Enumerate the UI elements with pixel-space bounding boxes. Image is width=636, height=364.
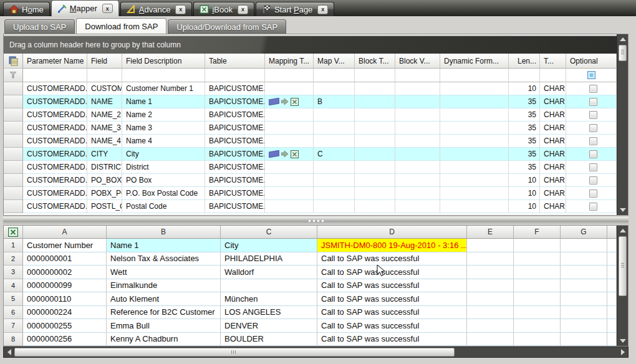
cell-parameter-name[interactable]: CUSTOMERADD... xyxy=(23,148,87,161)
tab-upload-to-sap[interactable]: Upload to SAP xyxy=(4,19,75,34)
cell-table[interactable]: BAPICUSTOME... xyxy=(205,135,265,148)
cell-block-type[interactable] xyxy=(355,95,395,108)
cell-optional[interactable] xyxy=(566,148,617,161)
sheet-cell-g[interactable] xyxy=(561,266,607,279)
row-number[interactable]: 4 xyxy=(4,279,23,293)
sheet-cell-e[interactable] xyxy=(467,239,514,252)
row-indicator[interactable] xyxy=(4,122,23,135)
sheet-cell-c[interactable]: City xyxy=(221,239,317,252)
cell-optional[interactable] xyxy=(566,135,617,148)
cell-optional[interactable] xyxy=(566,82,617,95)
row-number[interactable]: 5 xyxy=(4,292,23,306)
tab-download-from-sap[interactable]: Download from SAP xyxy=(76,18,166,34)
column-header-a[interactable]: A xyxy=(23,226,107,239)
optional-checkbox[interactable] xyxy=(589,98,597,106)
sheet-cell-g[interactable] xyxy=(561,279,607,293)
column-header-type[interactable]: T... xyxy=(540,54,566,69)
sheet-cell-d[interactable]: Call to SAP was successful xyxy=(317,252,467,266)
grid-options-button[interactable] xyxy=(4,54,23,69)
cell-field-description[interactable]: District xyxy=(122,161,205,174)
cell-length[interactable]: 35 xyxy=(509,122,540,135)
filter-cell[interactable] xyxy=(395,69,440,82)
cell-dynamic-form[interactable] xyxy=(440,95,509,108)
cell-mapping-type[interactable] xyxy=(265,200,314,213)
cell-mapping-type[interactable] xyxy=(265,82,314,95)
cell-parameter-name[interactable]: CUSTOMERADD... xyxy=(23,161,87,174)
row-indicator[interactable] xyxy=(4,148,23,161)
cell-field-description[interactable]: Postal Code xyxy=(122,200,205,213)
tab-start-page[interactable]: Start Page x xyxy=(256,2,334,16)
optional-checkbox[interactable] xyxy=(589,176,597,184)
cell-type[interactable]: CHAR xyxy=(540,82,566,95)
column-header-d[interactable]: D xyxy=(317,226,467,239)
cell-map-value[interactable] xyxy=(314,82,355,95)
cell-dynamic-form[interactable] xyxy=(440,161,509,174)
cell-length[interactable]: 10 xyxy=(509,174,540,187)
sheet-cell-d[interactable]: Call to SAP was successful xyxy=(317,292,467,306)
cell-table[interactable]: BAPICUSTOME... xyxy=(205,148,265,161)
cell-length[interactable]: 10 xyxy=(509,187,540,200)
column-header-mapping-type[interactable]: Mapping T... xyxy=(265,54,314,69)
cell-block-type[interactable] xyxy=(355,108,395,122)
column-header-table[interactable]: Table xyxy=(205,54,265,69)
cell-map-value[interactable]: C xyxy=(314,148,355,161)
sheet-cell-g[interactable] xyxy=(561,333,607,347)
sheet-cell-d[interactable]: Call to SAP was successful xyxy=(317,266,467,279)
sheet-cell-f[interactable] xyxy=(514,292,561,306)
optional-checkbox[interactable] xyxy=(589,137,597,145)
sheet-cell-a[interactable]: 0000000001 xyxy=(23,252,107,266)
close-tab-icon[interactable]: x xyxy=(238,5,248,14)
sheet-cell-f[interactable] xyxy=(514,333,561,347)
cell-optional[interactable] xyxy=(566,187,617,200)
sheet-cell-b[interactable]: Einmalkunde xyxy=(107,279,221,293)
sheet-horizontal-scrollbar[interactable] xyxy=(3,347,629,358)
panel-splitter[interactable] xyxy=(3,217,629,224)
filter-cell[interactable] xyxy=(23,69,87,82)
scroll-thumb[interactable] xyxy=(619,45,627,61)
sheet-cell-f[interactable] xyxy=(514,306,561,320)
row-number[interactable]: 7 xyxy=(4,319,23,333)
filter-cell[interactable] xyxy=(540,69,566,82)
close-tab-icon[interactable]: x xyxy=(175,5,186,14)
cell-parameter-name[interactable]: CUSTOMERADD... xyxy=(23,187,87,200)
cell-dynamic-form[interactable] xyxy=(440,187,509,200)
select-all-button[interactable] xyxy=(4,226,23,239)
column-header-g[interactable]: G xyxy=(561,226,607,239)
cell-field[interactable]: CUSTOMER xyxy=(87,82,122,95)
sheet-cell-a[interactable]: 0000000002 xyxy=(23,266,107,279)
cell-dynamic-form[interactable] xyxy=(440,108,509,122)
column-header-dynamic-form[interactable]: Dynamic Form... xyxy=(440,54,509,69)
sheet-cell-b[interactable]: Emma Bull xyxy=(107,319,221,333)
cell-block-type[interactable] xyxy=(355,200,395,213)
cell-table[interactable]: BAPICUSTOME... xyxy=(205,200,265,213)
row-number[interactable]: 1 xyxy=(4,239,23,252)
cell-block-value[interactable] xyxy=(395,82,440,95)
column-header-b[interactable]: B xyxy=(107,226,221,239)
cell-map-value[interactable] xyxy=(314,187,355,200)
filter-cell[interactable] xyxy=(122,69,205,82)
column-header-block-value[interactable]: Block V... xyxy=(395,54,440,69)
scroll-track[interactable] xyxy=(617,297,628,336)
cell-type[interactable]: CHAR xyxy=(540,95,566,108)
cell-mapping-type[interactable] xyxy=(265,187,314,200)
cell-dynamic-form[interactable] xyxy=(440,148,509,161)
cell-block-value[interactable] xyxy=(395,135,440,148)
cell-block-value[interactable] xyxy=(395,174,440,187)
column-header-length[interactable]: Len... xyxy=(509,54,540,69)
tab-upload-download-from-sap[interactable]: Upload/Download from SAP xyxy=(168,19,286,34)
cell-map-value[interactable] xyxy=(314,108,355,122)
cell-block-type[interactable] xyxy=(355,161,395,174)
cell-dynamic-form[interactable] xyxy=(440,174,509,187)
sheet-cell-a[interactable]: 0000000256 xyxy=(23,333,107,347)
sheet-cell-c[interactable]: DENVER xyxy=(221,319,317,333)
cell-block-value[interactable] xyxy=(395,122,440,135)
row-indicator[interactable] xyxy=(4,82,23,95)
column-header-optional[interactable]: Optional xyxy=(566,54,617,69)
cell-table[interactable]: BAPICUSTOME... xyxy=(205,187,265,200)
sheet-cell-g[interactable] xyxy=(561,239,607,252)
sheet-cell-b[interactable]: Nelson Tax & Associates xyxy=(107,252,221,266)
cell-field[interactable]: CITY xyxy=(87,148,122,161)
filter-cell[interactable] xyxy=(355,69,395,82)
cell-block-value[interactable] xyxy=(395,148,440,161)
sheet-cell-a[interactable]: Customer Number xyxy=(23,239,107,252)
